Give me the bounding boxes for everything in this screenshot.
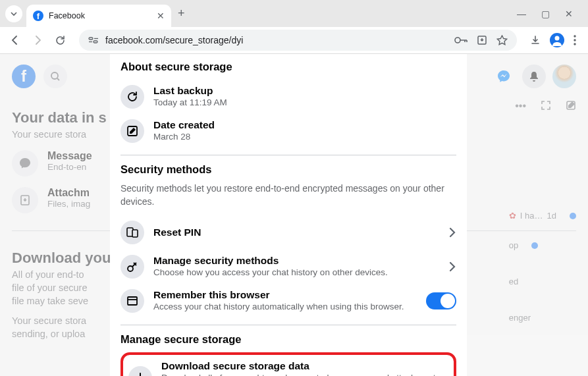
svg-point-17 — [128, 266, 133, 271]
tab-title: Facebook — [49, 11, 151, 20]
url-input[interactable]: facebook.com/secure_storage/dyi — [79, 30, 517, 51]
reload-button[interactable] — [50, 30, 70, 50]
svg-point-9 — [574, 43, 575, 45]
svg-point-10 — [51, 72, 58, 79]
manage-methods-sub: Choose how you access your chat history … — [153, 267, 439, 279]
site-settings-icon — [88, 35, 99, 45]
browser-menu-button[interactable] — [574, 35, 576, 45]
window-controls: — ▢ ✕ — [517, 9, 585, 19]
date-created-value: March 28 — [153, 131, 456, 143]
bell-icon — [528, 70, 540, 82]
bookmark-star-icon[interactable] — [496, 35, 508, 46]
maximize-button[interactable]: ▢ — [541, 9, 550, 19]
messenger-button[interactable] — [492, 65, 516, 88]
more-icon[interactable]: ••• — [515, 100, 526, 112]
reset-pin-row[interactable]: Reset PIN — [120, 215, 456, 250]
back-button[interactable] — [5, 30, 25, 50]
chat-toolbar: ••• — [515, 100, 576, 112]
url-text: facebook.com/secure_storage/dyi — [105, 35, 243, 45]
address-bar: facebook.com/secure_storage/dyi — [0, 27, 588, 54]
messenger-icon — [496, 69, 511, 84]
tab-search-button[interactable] — [5, 5, 22, 22]
install-app-icon[interactable] — [477, 35, 487, 45]
reset-pin-label: Reset PIN — [153, 227, 439, 238]
devices-icon — [120, 221, 144, 244]
manage-methods-label: Manage security methods — [153, 255, 439, 267]
remember-browser-label: Remember this browser — [153, 289, 417, 301]
edit-square-icon — [120, 119, 144, 143]
remember-browser-row[interactable]: Remember this browser Access your chat h… — [120, 284, 456, 318]
svg-rect-16 — [132, 230, 138, 237]
chevron-right-icon — [448, 227, 456, 238]
svg-rect-0 — [89, 38, 93, 40]
security-methods-title: Security methods — [120, 163, 456, 176]
search-icon — [50, 71, 61, 82]
password-key-icon[interactable] — [454, 36, 468, 44]
manage-storage-title: Manage secure storage — [120, 333, 456, 346]
minimize-button[interactable]: — — [517, 9, 526, 19]
chevron-down-icon — [10, 10, 18, 18]
download-storage-row[interactable]: Download secure storage data Download al… — [128, 359, 448, 376]
download-storage-sub: Download all of your end-to-end encrypte… — [161, 372, 448, 376]
profile-avatar-button[interactable] — [550, 33, 564, 47]
downloads-icon[interactable] — [530, 35, 541, 45]
chevron-right-icon — [448, 261, 456, 273]
svg-point-6 — [555, 36, 560, 41]
attachments-icon-bg — [12, 187, 38, 213]
download-highlight: Download secure storage data Download al… — [120, 352, 456, 376]
facebook-favicon: f — [33, 11, 43, 21]
about-section-title: About secure storage — [120, 61, 456, 73]
expand-icon[interactable] — [541, 100, 551, 111]
chat-list-peek: ✿I ha…1d op ed enger — [509, 211, 576, 338]
security-methods-desc: Security methods let you restore end-to-… — [120, 182, 456, 208]
svg-point-4 — [455, 38, 460, 43]
browser-tab[interactable]: f Facebook ✕ — [26, 5, 171, 27]
download-storage-label: Download secure storage data — [161, 360, 448, 372]
notifications-button[interactable] — [522, 65, 546, 88]
date-created-row: Date created March 28 — [120, 114, 456, 148]
fb-search-button[interactable] — [43, 65, 67, 88]
manage-security-methods-row[interactable]: Manage security methods Choose how you a… — [120, 250, 456, 284]
svg-point-8 — [574, 39, 575, 41]
svg-point-7 — [574, 35, 575, 37]
close-tab-button[interactable]: ✕ — [157, 11, 165, 21]
svg-rect-18 — [128, 297, 137, 305]
browser-window-icon — [120, 289, 144, 313]
account-avatar[interactable] — [552, 65, 576, 88]
last-backup-value: Today at 11:19 AM — [153, 97, 456, 109]
facebook-logo[interactable]: f — [12, 65, 36, 88]
messenger-icon-bg — [12, 150, 38, 176]
last-backup-row: Last backup Today at 11:19 AM — [120, 80, 456, 114]
svg-line-11 — [57, 78, 59, 80]
key-icon — [120, 255, 144, 279]
remember-browser-sub: Access your chat history automatically w… — [153, 301, 417, 313]
new-tab-button[interactable]: + — [178, 7, 185, 20]
date-created-label: Date created — [153, 119, 456, 131]
download-icon — [128, 366, 152, 376]
refresh-icon — [120, 85, 144, 109]
svg-rect-1 — [94, 41, 97, 43]
tab-strip: f Facebook ✕ + — ▢ ✕ — [0, 0, 588, 27]
close-window-button[interactable]: ✕ — [564, 9, 574, 19]
secure-storage-panel: About secure storage Last backup Today a… — [110, 54, 467, 376]
compose-icon[interactable] — [566, 100, 576, 111]
forward-button[interactable] — [28, 30, 47, 50]
remember-browser-toggle[interactable] — [426, 292, 456, 309]
last-backup-label: Last backup — [153, 85, 456, 97]
